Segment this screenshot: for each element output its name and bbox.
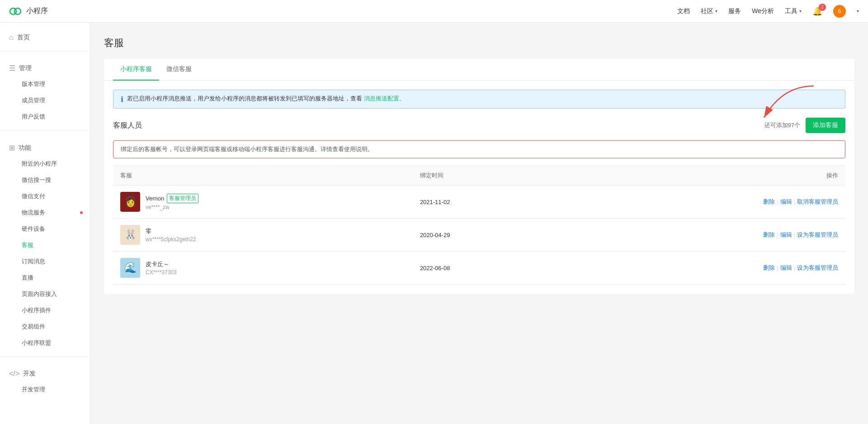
staff-avatar: 👩	[120, 192, 140, 212]
sidebar-item-version[interactable]: 版本管理	[0, 76, 90, 92]
section-title: 客服人员	[113, 121, 142, 130]
sidebar-item-logistics[interactable]: 物流服务	[0, 205, 90, 221]
op-设为客服管理员[interactable]: 设为客服管理员	[797, 264, 838, 272]
sidebar-item-feedback[interactable]: 用户反馈	[0, 109, 90, 125]
app-title: 小程序	[26, 6, 48, 16]
ops-cell: 删除|编辑|取消客服管理员	[557, 186, 845, 219]
community-chevron: ▾	[715, 9, 717, 14]
table-row: 👩Vernon客服管理员ve****_zw2021-11-02删除|编辑|取消客…	[113, 186, 845, 219]
manage-icon: ☰	[9, 64, 15, 72]
bell-badge-count: 2	[819, 4, 826, 11]
nav-doc[interactable]: 文档	[677, 7, 690, 15]
staff-table: 客服 绑定时间 操作 👩Vernon客服管理员ve****_zw2021-11-…	[113, 166, 845, 285]
info-banner: ℹ 若已启用小程序消息推送，用户发给小程序的消息都将被转发到已填写的服务器地址，…	[113, 90, 845, 109]
section-actions: 还可添加97个 添加客服	[764, 118, 845, 133]
op-设为客服管理员[interactable]: 设为客服管理员	[797, 231, 838, 239]
top-nav-left: 小程序	[9, 5, 48, 18]
sidebar-function: ⊞ 功能	[0, 140, 90, 156]
staff-name-block: 皮卡丘～CX****37303	[146, 260, 177, 276]
col-customer: 客服	[113, 166, 413, 186]
staff-wechat-id: ve****_zw	[146, 204, 198, 210]
staff-name-text: 零	[146, 227, 151, 235]
op-删除[interactable]: 删除	[763, 264, 775, 272]
tab-wechat-customer[interactable]: 微信客服	[159, 59, 199, 81]
sidebar-item-alliance[interactable]: 小程序联盟	[0, 335, 90, 351]
sidebar-manage: ☰ 管理	[0, 60, 90, 76]
sidebar-item-trade[interactable]: 交易组件	[0, 319, 90, 335]
bind-date: 2022-06-08	[413, 252, 557, 285]
tools-chevron: ▾	[799, 9, 802, 14]
sidebar-item-page-content[interactable]: 页面内容接入	[0, 286, 90, 302]
sidebar-home-section: ⌂ 首页	[0, 23, 90, 49]
logo-icon	[9, 5, 22, 18]
page-title: 客服	[104, 36, 854, 50]
customer-section: 客服人员 还可添加97个 添加客服 绑定后的客服帐号，可以登录网页端客服或移动端…	[104, 118, 854, 294]
staff-avatar: 🌊	[120, 258, 140, 278]
staff-cell: 🌊皮卡丘～CX****37303	[113, 252, 413, 285]
sidebar: ⌂ 首页 ☰ 管理 版本管理 成员管理 用户反馈 ⊞ 功能 附近的小程序 微信搜…	[0, 23, 90, 424]
sidebar-item-wechat-pay[interactable]: 微信支付	[0, 188, 90, 205]
op-取消客服管理员[interactable]: 取消客服管理员	[797, 198, 838, 206]
tab-miniprogram-customer[interactable]: 小程序客服	[113, 59, 159, 81]
main-content: 客服 小程序客服 微信客服 ℹ 若已启用小程序消息推送，用户发给小程序的消息都将…	[90, 23, 868, 424]
col-ops: 操作	[557, 166, 845, 186]
sidebar-item-subscribe[interactable]: 订阅消息	[0, 253, 90, 270]
op-编辑[interactable]: 编辑	[780, 264, 792, 272]
sidebar-item-live[interactable]: 直播	[0, 270, 90, 286]
user-avatar[interactable]: 6	[833, 5, 846, 18]
op-编辑[interactable]: 编辑	[780, 198, 792, 206]
op-编辑[interactable]: 编辑	[780, 231, 792, 239]
home-icon: ⌂	[9, 33, 14, 42]
sidebar-item-hardware[interactable]: 硬件设备	[0, 221, 90, 237]
staff-role-tag: 客服管理员	[167, 194, 198, 203]
main-card: 小程序客服 微信客服 ℹ 若已启用小程序消息推送，用户发给小程序的消息都将被转发…	[104, 59, 854, 294]
nav-weanalysis[interactable]: We分析	[752, 7, 774, 15]
info-icon: ℹ	[121, 95, 123, 104]
bell-badge-container[interactable]: 🔔 2	[812, 6, 822, 16]
sidebar-item-nearby[interactable]: 附近的小程序	[0, 156, 90, 172]
op-删除[interactable]: 删除	[763, 198, 775, 206]
remaining-count: 还可添加97个	[764, 121, 800, 129]
sidebar-item-customer[interactable]: 客服	[0, 237, 90, 253]
svg-point-1	[14, 8, 21, 14]
op-separator: |	[777, 265, 778, 272]
ops-cell: 删除|编辑|设为客服管理员	[557, 219, 845, 252]
sidebar-item-dev-mgr[interactable]: 开发管理	[0, 381, 90, 398]
top-nav-right: 文档 社区 ▾ 服务 We分析 工具 ▾ 🔔 2 6 ▾	[677, 5, 859, 18]
main-layout: ⌂ 首页 ☰ 管理 版本管理 成员管理 用户反馈 ⊞ 功能 附近的小程序 微信搜…	[0, 23, 868, 424]
staff-cell: 🐰零wx****5cfpks2geth22	[113, 219, 413, 252]
staff-wechat-id: CX****37303	[146, 269, 177, 276]
section-header: 客服人员 还可添加97个 添加客服	[113, 118, 845, 133]
staff-name-text: Vernon	[146, 195, 164, 202]
sidebar-function-section: ⊞ 功能 附近的小程序 微信搜一搜 微信支付 物流服务 硬件设备 客服 订阅消息…	[0, 133, 90, 355]
op-separator: |	[777, 199, 778, 205]
staff-info: 👩Vernon客服管理员ve****_zw	[120, 192, 406, 212]
staff-name-block: 零wx****5cfpks2geth22	[146, 227, 196, 243]
staff-name-text: 皮卡丘～	[146, 260, 169, 268]
add-customer-button[interactable]: 添加客服	[806, 118, 845, 133]
tabs: 小程序客服 微信客服	[104, 59, 854, 81]
op-separator: |	[794, 199, 795, 205]
op-separator: |	[777, 232, 778, 238]
sidebar-manage-section: ☰ 管理 版本管理 成员管理 用户反馈	[0, 53, 90, 129]
top-nav: 小程序 文档 社区 ▾ 服务 We分析 工具 ▾ 🔔 2 6 ▾	[0, 0, 868, 23]
staff-name-block: Vernon客服管理员ve****_zw	[146, 194, 198, 210]
info-banner-link[interactable]: 消息推送配置。	[364, 95, 405, 102]
table-row: 🐰零wx****5cfpks2geth222020-04-29删除|编辑|设为客…	[113, 219, 845, 252]
sidebar-item-wechat-search[interactable]: 微信搜一搜	[0, 172, 90, 188]
sidebar-dev: </> 开发	[0, 366, 90, 381]
sidebar-home[interactable]: ⌂ 首页	[0, 30, 90, 45]
sidebar-item-member[interactable]: 成员管理	[0, 92, 90, 109]
op-删除[interactable]: 删除	[763, 231, 775, 239]
sidebar-item-plugin[interactable]: 小程序插件	[0, 302, 90, 319]
nav-service[interactable]: 服务	[728, 7, 741, 15]
table-row: 🌊皮卡丘～CX****373032022-06-08删除|编辑|设为客服管理员	[113, 252, 845, 285]
nav-community[interactable]: 社区 ▾	[701, 7, 717, 15]
col-bind-time: 绑定时间	[413, 166, 557, 186]
staff-wechat-id: wx****5cfpks2geth22	[146, 236, 196, 243]
staff-info: 🌊皮卡丘～CX****37303	[120, 258, 406, 278]
user-chevron[interactable]: ▾	[857, 9, 859, 14]
ops-cell: 删除|编辑|设为客服管理员	[557, 252, 845, 285]
nav-tools[interactable]: 工具 ▾	[785, 7, 802, 15]
staff-info: 🐰零wx****5cfpks2geth22	[120, 225, 406, 245]
